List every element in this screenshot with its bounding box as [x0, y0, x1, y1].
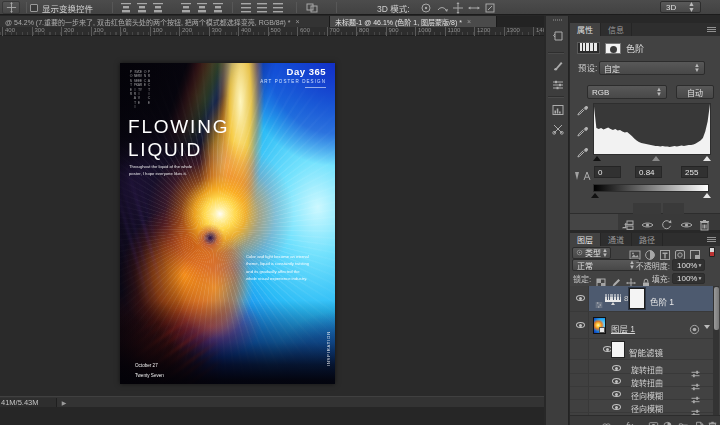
filter-blend-options-icon[interactable]: [691, 377, 700, 385]
3d-scale-icon[interactable]: [484, 2, 496, 14]
distribute-top-edges-icon[interactable]: [240, 2, 252, 14]
eye-icon[interactable]: [612, 378, 621, 384]
tab-close-icon[interactable]: ×: [296, 18, 300, 25]
shadow-input-field[interactable]: [594, 166, 621, 178]
horizontal-ruler[interactable]: 4003002001000100200300400500600700800900…: [0, 27, 544, 36]
output-highlight-slider[interactable]: [703, 193, 711, 198]
align-right-edges-icon[interactable]: [212, 2, 224, 14]
blend-mode-dropdown[interactable]: 正常 ▲▼: [572, 259, 640, 271]
collapse-smart-filters-icon[interactable]: [704, 325, 710, 329]
tab-close-icon[interactable]: ×: [467, 18, 471, 25]
lock-transparent-pixels-icon[interactable]: [596, 274, 606, 284]
tab-channels[interactable]: 通道: [601, 233, 632, 246]
history-panel-icon[interactable]: [546, 27, 569, 44]
reset-button[interactable]: [660, 217, 674, 229]
add-mask-button[interactable]: [648, 417, 661, 425]
3d-slide-icon[interactable]: [468, 2, 480, 14]
output-levels-gradient[interactable]: [593, 184, 709, 192]
layer-row-smart-object[interactable]: 图层 1: [570, 313, 713, 339]
smart-filter-row[interactable]: 旋转扭曲: [570, 362, 713, 374]
document-tab-active[interactable]: 未标题-1 @ 46.1% (色阶 1, 图层蒙版/8) * ×: [330, 16, 497, 27]
checkbox[interactable]: [30, 4, 38, 12]
3d-orbit-icon[interactable]: [420, 2, 432, 14]
filter-shape-layers-icon[interactable]: [674, 247, 686, 259]
new-group-button[interactable]: [678, 417, 691, 425]
document-tab-inactive[interactable]: @ 54.2% (7.重要的一步来了, 双击红色箭头处的两个按钮, 把两个模式都…: [0, 16, 330, 27]
gamma-input-field[interactable]: [635, 166, 662, 178]
filter-adjustment-layers-icon[interactable]: [644, 247, 656, 259]
show-transform-controls-checkbox[interactable]: 显示变换控件: [30, 0, 93, 15]
histogram-panel-icon[interactable]: [546, 101, 569, 118]
smart-filters-label[interactable]: 智能滤镜: [629, 346, 663, 358]
lock-position-icon[interactable]: [626, 274, 636, 284]
dock-drag-grip[interactable]: [553, 19, 562, 21]
white-point-eyedropper[interactable]: [577, 145, 589, 157]
link-layers-button[interactable]: [601, 417, 614, 425]
fill-dropdown[interactable]: 100% ▼: [672, 273, 705, 284]
layer-style-button[interactable]: fx: [626, 415, 639, 425]
layer-mask-thumbnail[interactable]: [630, 289, 644, 308]
filter-mask-thumbnail[interactable]: [612, 342, 624, 357]
eye-icon[interactable]: [576, 295, 585, 301]
mask-thumbnail-icon[interactable]: [605, 43, 621, 54]
panel-menu-icon[interactable]: [707, 236, 717, 244]
smart-filter-row[interactable]: 径向模糊: [570, 388, 713, 400]
shadow-input-slider[interactable]: [593, 156, 601, 161]
distribute-bottom-edges-icon[interactable]: [272, 2, 284, 14]
preset-dropdown[interactable]: 自定 ▲▼: [599, 61, 705, 75]
eye-icon[interactable]: [612, 391, 621, 397]
mask-link-icon[interactable]: 8: [624, 294, 628, 303]
adjustments-panel-icon[interactable]: [546, 76, 569, 93]
layer-filter-switch[interactable]: [709, 247, 715, 257]
highlight-input-field[interactable]: [681, 166, 708, 178]
gray-point-eyedropper[interactable]: [577, 124, 589, 136]
workspace-switcher[interactable]: 3D ▲▼: [660, 1, 701, 13]
3d-pan-icon[interactable]: [452, 2, 464, 14]
levels-histogram[interactable]: [593, 103, 711, 155]
filter-name[interactable]: 径向模糊: [631, 390, 663, 401]
filter-blend-options-icon[interactable]: [691, 364, 700, 372]
filter-name[interactable]: 旋转扭曲: [631, 377, 663, 388]
tab-info[interactable]: 信息: [601, 23, 632, 36]
eye-icon[interactable]: [612, 404, 621, 410]
layer-list-scrollbar[interactable]: [713, 286, 719, 415]
channel-dropdown[interactable]: RGB ▲▼: [587, 85, 667, 99]
new-layer-button[interactable]: [694, 417, 707, 425]
view-previous-state-button[interactable]: [641, 217, 655, 229]
canvas[interactable]: Day 365 ART POSTER DESIGN CREATIVE INSPI…: [0, 36, 544, 396]
gamma-input-slider[interactable]: [652, 156, 660, 161]
delete-layer-button[interactable]: [707, 417, 720, 425]
poster-document[interactable]: Day 365 ART POSTER DESIGN CREATIVE INSPI…: [120, 63, 335, 384]
levels-thumbnail[interactable]: [605, 292, 621, 305]
opacity-dropdown[interactable]: 100% ▼: [672, 259, 705, 271]
layer-thumbnail[interactable]: [593, 317, 606, 334]
filter-smart-objects-icon[interactable]: [689, 247, 701, 259]
tab-layers[interactable]: 图层: [570, 233, 601, 246]
black-point-eyedropper[interactable]: [577, 103, 589, 115]
lock-all-icon[interactable]: [641, 274, 651, 284]
clip-to-layer-button[interactable]: [622, 217, 636, 229]
panel-menu-icon[interactable]: [707, 26, 717, 34]
lock-image-pixels-icon[interactable]: [611, 274, 621, 284]
highlight-input-slider[interactable]: [703, 156, 711, 161]
auto-button[interactable]: 自动: [676, 85, 714, 99]
filter-pixel-layers-icon[interactable]: [629, 247, 641, 259]
align-horizontal-centers-icon[interactable]: [196, 2, 208, 14]
align-bottom-edges-icon[interactable]: [152, 2, 164, 14]
align-vertical-centers-icon[interactable]: [136, 2, 148, 14]
filter-kind-dropdown[interactable]: 类型 ▲▼: [572, 247, 611, 259]
smart-filter-row[interactable]: 径向模糊: [570, 401, 713, 413]
eye-icon[interactable]: [612, 365, 621, 371]
eye-icon[interactable]: [576, 322, 585, 328]
auto-align-layers-button[interactable]: [306, 0, 318, 15]
visibility-gutter[interactable]: [570, 286, 588, 311]
align-top-edges-icon[interactable]: [120, 2, 132, 14]
smart-filter-badge-icon[interactable]: [689, 321, 700, 332]
scrollbar-thumb[interactable]: [714, 287, 719, 330]
layer-row-smart-filters[interactable]: 智能滤镜: [570, 340, 713, 360]
filter-type-layers-icon[interactable]: [659, 247, 671, 259]
tab-properties[interactable]: 属性: [570, 23, 601, 36]
new-adjustment-button[interactable]: [662, 417, 675, 425]
tools-panel-icon[interactable]: [546, 120, 569, 137]
tab-paths[interactable]: 路径: [632, 233, 663, 246]
